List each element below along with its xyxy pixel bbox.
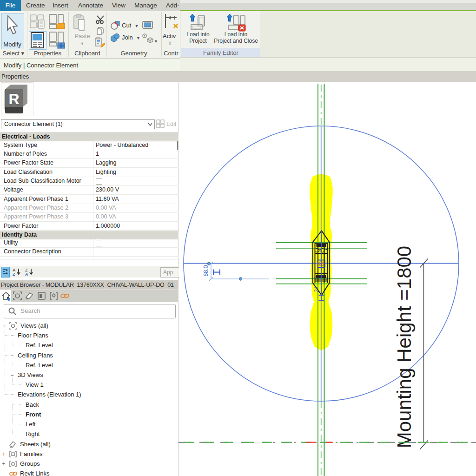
svg-text:Z: Z	[13, 272, 15, 277]
svg-text:A: A	[25, 272, 28, 277]
svg-text:▼: ▼	[154, 39, 157, 44]
svg-text:24: 24	[313, 286, 319, 292]
svg-text:Mounting Height =1800: Mounting Height =1800	[393, 246, 415, 448]
svg-text:R: R	[8, 91, 19, 107]
svg-text:68.0: 68.0	[203, 265, 209, 276]
